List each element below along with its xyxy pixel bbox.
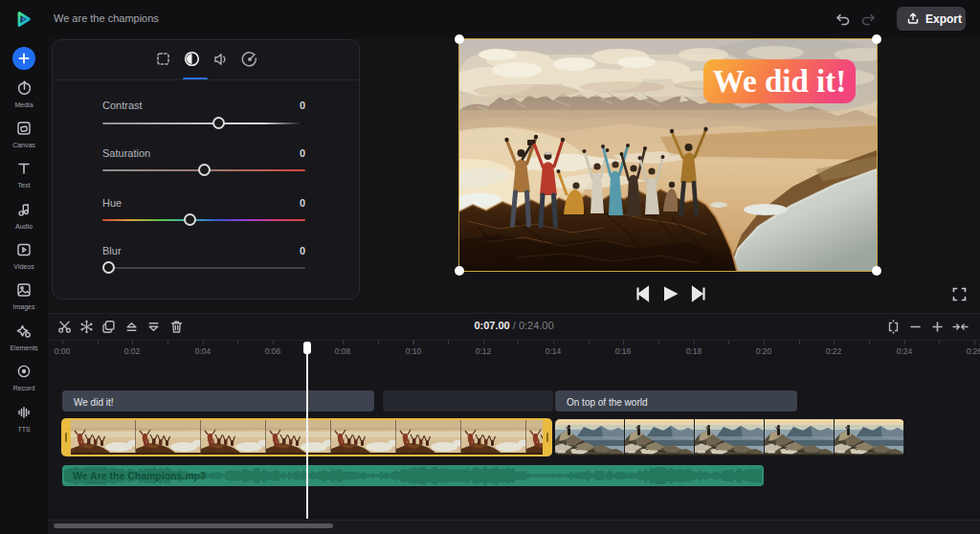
svg-text:We did it!: We did it! (713, 64, 846, 99)
